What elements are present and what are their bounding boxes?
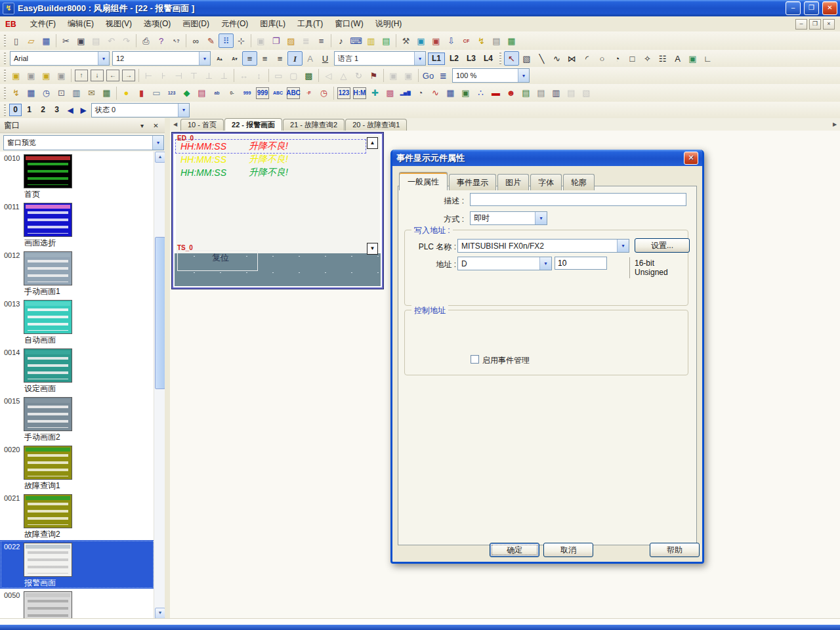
plc-control-icon[interactable]: ▦	[24, 86, 39, 100]
rotate-icon[interactable]: ↻	[351, 68, 366, 83]
panel-menu-icon[interactable]: ▾	[137, 122, 147, 129]
data-sampling-icon[interactable]: ▦	[99, 86, 114, 100]
picture-view-icon[interactable]: ▣	[458, 86, 473, 100]
event-bar-icon[interactable]: ▤	[534, 86, 549, 100]
line-tool[interactable]: ╲	[534, 51, 549, 66]
scale-tool[interactable]: ☷	[655, 51, 670, 66]
sound-library-icon[interactable]: ♪	[333, 33, 348, 48]
pen-icon[interactable]: ✎	[203, 33, 219, 48]
text-input-icon[interactable]: ab	[209, 86, 224, 100]
bezier-tool[interactable]: ∿	[549, 51, 564, 66]
scheduler-icon[interactable]: ◷	[39, 86, 54, 100]
restore-button[interactable]: ❐	[804, 1, 819, 15]
indirect-window-icon[interactable]: ·F	[301, 86, 316, 100]
window-item-0011[interactable]: 0011 画面选折	[0, 200, 154, 249]
time-data-icon[interactable]: H:M	[353, 87, 366, 99]
menu-file[interactable]: 文件(F)	[24, 16, 62, 32]
same-width-icon[interactable]: ↔	[236, 68, 251, 83]
tab-10-homepage[interactable]: 10 - 首页	[180, 119, 224, 131]
nudge-down-icon[interactable]: ↓	[91, 70, 104, 81]
event-row[interactable]: HH:MM:SS 升降不良!	[176, 140, 366, 153]
menu-option[interactable]: 选项(O)	[138, 16, 177, 32]
address-type-combo[interactable]: D ▾	[457, 257, 552, 270]
new-file-icon[interactable]: ▯	[9, 33, 24, 48]
window-copy-icon[interactable]: ▣	[253, 33, 268, 48]
L1[interactable]: L1	[428, 52, 445, 65]
numeric-input-icon[interactable]: 999	[256, 87, 269, 99]
menu-draw[interactable]: 画图(D)	[177, 16, 215, 32]
event-scroll-down-icon[interactable]: ▼	[367, 243, 378, 255]
event-scroll-up-icon[interactable]: ▲	[367, 137, 378, 149]
0[interactable]: 0	[9, 104, 22, 116]
previous-state-icon[interactable]: ◀	[64, 106, 77, 115]
event-row[interactable]: HH:MM:SS 升降不良!	[176, 153, 366, 166]
menu-help[interactable]: 说明(H)	[369, 16, 408, 32]
flip-vertical-icon[interactable]: ◁	[321, 68, 336, 83]
undo-icon[interactable]: ↶	[104, 33, 119, 48]
window-item-0015[interactable]: 0015 手动画面2	[0, 394, 154, 443]
window-item-0050[interactable]: 0050	[0, 589, 154, 619]
numeric-display-icon[interactable]: 999	[240, 86, 255, 100]
menu-objects[interactable]: 元件(O)	[215, 16, 254, 32]
ascii-input-icon[interactable]: ABC	[287, 87, 300, 99]
bring-to-front-icon[interactable]: ▣	[9, 68, 24, 83]
toggle-switch-icon[interactable]: ◆	[179, 86, 194, 100]
3[interactable]: 3	[51, 104, 63, 116]
text-tool[interactable]: A	[670, 51, 685, 66]
dialog-tab-profile[interactable]: 轮廓	[563, 174, 595, 190]
tab-22-alarm-screen[interactable]: 22 - 报警画面	[224, 118, 282, 131]
numeric-data-icon[interactable]: 123	[337, 87, 350, 99]
align-left-button[interactable]: ≡	[242, 51, 257, 66]
chevron-down-icon[interactable]: ▾	[414, 52, 425, 65]
recipe-view-icon[interactable]: ▥	[549, 86, 564, 100]
ungroup-icon[interactable]: ▣	[401, 68, 416, 83]
menu-window[interactable]: 窗口(W)	[329, 16, 369, 32]
compile-icon[interactable]: ↯	[474, 33, 489, 48]
multi-state-switch-icon[interactable]: ▤	[194, 86, 209, 100]
find-icon[interactable]: ∞	[188, 33, 203, 48]
window-item-0014[interactable]: 0014 设定画面	[0, 346, 154, 394]
dialog-tab-event-display[interactable]: 事件显示	[449, 174, 496, 190]
about-icon[interactable]: ?	[154, 33, 169, 48]
data-table-icon[interactable]: ▦	[504, 33, 519, 48]
minimize-button[interactable]: –	[786, 1, 801, 15]
address-value-input[interactable]	[555, 257, 607, 270]
font-shrink-button[interactable]: A▾	[227, 51, 242, 66]
chevron-down-icon[interactable]: ▾	[178, 104, 189, 117]
layer-stack-icon[interactable]: ≣	[436, 68, 451, 83]
state-combo[interactable]: 状态 0 ▾	[91, 103, 190, 117]
ascii-display-icon[interactable]: ABC	[270, 86, 285, 100]
polyline-tool[interactable]: ⋈	[564, 51, 579, 66]
chevron-down-icon[interactable]: ▾	[535, 212, 547, 224]
menu-edit[interactable]: 编辑(E)	[62, 16, 100, 32]
ok-button[interactable]: 确定	[490, 543, 539, 557]
align-top-icon[interactable]: ⊤	[186, 68, 201, 83]
dialog-tab-general[interactable]: 一般属性	[399, 172, 448, 190]
cancel-button[interactable]: 取消	[543, 543, 593, 557]
function-library-icon[interactable]: ❐	[268, 33, 284, 48]
font-size-combo[interactable]: 12 ▾	[112, 51, 211, 66]
tab-21-fault-query2[interactable]: 21 - 故障查询2	[283, 119, 345, 131]
next-state-icon[interactable]: ▶	[77, 106, 90, 115]
nudge-up-icon[interactable]: ↑	[75, 70, 88, 81]
menu-library[interactable]: 图库(L)	[254, 16, 291, 32]
align-hcenter-icon[interactable]: ⊥	[201, 68, 217, 83]
flip-horizontal-icon[interactable]: △	[336, 68, 351, 83]
simulate-online-icon[interactable]: ▣	[413, 33, 429, 48]
snap-icon[interactable]: ⊹	[234, 33, 249, 48]
trend-display-icon[interactable]: ∿	[428, 86, 443, 100]
mail-icon[interactable]: ✉	[84, 86, 99, 100]
L3[interactable]: L3	[463, 52, 479, 65]
scroll-up-icon[interactable]: ▲	[155, 152, 165, 163]
cut-icon[interactable]: ✂	[58, 33, 74, 48]
print-icon[interactable]: ⎙	[138, 33, 154, 48]
alarm-display-icon[interactable]: ☻	[503, 86, 518, 100]
window-item-0020[interactable]: 0020 故障查询1	[0, 443, 154, 492]
underline-button[interactable]: U	[318, 51, 333, 66]
event-row[interactable]: HH:MM:SS 升降不良!	[176, 166, 366, 179]
picture-tool[interactable]: ▣	[685, 51, 700, 66]
L2[interactable]: L2	[446, 52, 462, 65]
chevron-down-icon[interactable]: ▾	[199, 52, 210, 65]
plc-name-combo[interactable]: MITSUBISHI FX0n/FX2 ▾	[457, 239, 629, 253]
dialog-close-icon[interactable]: ✕	[684, 152, 698, 165]
